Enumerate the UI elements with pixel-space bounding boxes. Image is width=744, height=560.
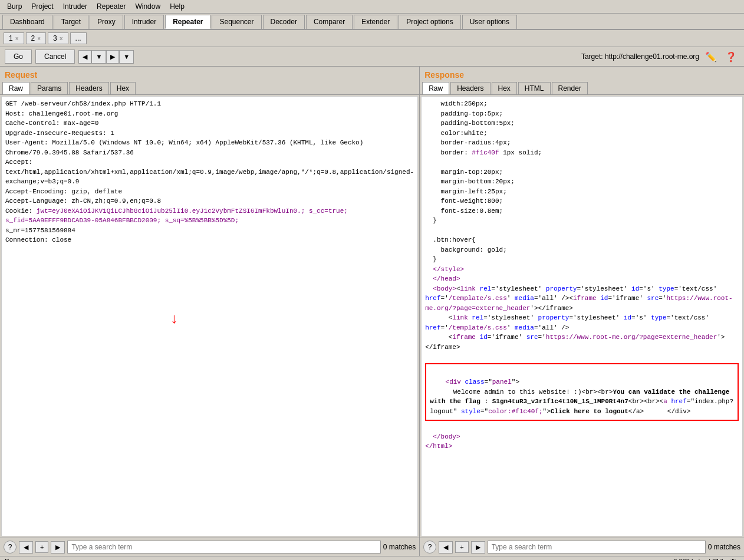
response-search-next[interactable]: ▶ — [471, 541, 485, 554]
cancel-button[interactable]: Cancel — [35, 50, 75, 64]
tab-proxy[interactable]: Proxy — [90, 15, 123, 29]
request-search-prev[interactable]: ◀ — [19, 541, 33, 554]
tab-intruder[interactable]: Intruder — [124, 15, 164, 29]
go-button[interactable]: Go — [5, 50, 32, 64]
tab-repeater[interactable]: Repeater — [165, 15, 210, 29]
menu-bar: Burp Project Intruder Repeater Window He… — [0, 0, 744, 14]
repeater-tab-bar: 1 × 2 × 3 × ... — [0, 30, 744, 47]
response-tab-render[interactable]: Render — [552, 82, 588, 94]
response-tab-html[interactable]: HTML — [518, 82, 551, 94]
request-tab-params[interactable]: Params — [31, 82, 68, 94]
prev-dropdown[interactable]: ▼ — [91, 50, 106, 64]
request-search-next[interactable]: ▶ — [51, 541, 65, 554]
response-tab-headers[interactable]: Headers — [450, 82, 490, 94]
request-tab-hex[interactable]: Hex — [110, 82, 136, 94]
response-content[interactable]: width:250px; padding-top:5px; padding-bo… — [421, 96, 743, 536]
response-search-bar: ? ◀ + ▶ 0 matches — [420, 538, 744, 556]
response-tab-hex[interactable]: Hex — [492, 82, 517, 94]
response-search-prev[interactable]: ◀ — [439, 541, 453, 554]
tab-user-options[interactable]: User options — [462, 15, 517, 29]
tab-comparer[interactable]: Comparer — [306, 15, 353, 29]
response-panel: Response Raw Headers Hex HTML Render wid… — [420, 67, 744, 556]
menu-burp[interactable]: Burp — [2, 1, 27, 12]
request-tab-headers[interactable]: Headers — [69, 82, 108, 94]
response-search-input[interactable] — [488, 541, 706, 554]
response-tab-raw[interactable]: Raw — [422, 82, 449, 94]
edit-target-button[interactable]: ✏️ — [703, 50, 719, 64]
menu-intruder[interactable]: Intruder — [58, 1, 92, 12]
request-tab-raw[interactable]: Raw — [2, 82, 29, 94]
request-title: Request — [0, 67, 419, 81]
close-tab-1-icon[interactable]: × — [15, 35, 19, 42]
arrow-indicator: ↓ — [170, 309, 178, 330]
request-tabs: Raw Params Headers Hex — [0, 81, 419, 95]
request-search-input[interactable] — [67, 541, 380, 554]
main-tab-bar: Dashboard Target Proxy Intruder Repeater… — [0, 14, 744, 30]
tab-dashboard[interactable]: Dashboard — [2, 15, 52, 29]
request-help-button[interactable]: ? — [4, 541, 17, 554]
menu-help[interactable]: Help — [165, 1, 189, 12]
menu-repeater[interactable]: Repeater — [92, 1, 130, 12]
menu-window[interactable]: Window — [130, 1, 165, 12]
status-left: Done — [5, 558, 20, 560]
nav-arrows: ◀ ▼ ▶ ▼ — [78, 50, 134, 64]
repeater-tab-more[interactable]: ... — [70, 32, 87, 44]
response-highlight-box: <div class="panel"> Welcome admin to thi… — [425, 363, 739, 421]
help-button[interactable]: ❓ — [723, 50, 739, 64]
repeater-tab-1[interactable]: 1 × — [4, 32, 24, 44]
tab-sequencer[interactable]: Sequencer — [212, 15, 261, 29]
request-search-bar: ? ◀ + ▶ 0 matches — [0, 538, 419, 556]
close-tab-2-icon[interactable]: × — [37, 35, 41, 42]
tab-decoder[interactable]: Decoder — [263, 15, 305, 29]
request-search-next-plus[interactable]: + — [35, 541, 48, 553]
next-button[interactable]: ▶ — [106, 50, 119, 64]
tab-project-options[interactable]: Project options — [399, 15, 460, 29]
next-dropdown[interactable]: ▼ — [119, 50, 134, 64]
tab-extender[interactable]: Extender — [354, 15, 397, 29]
repeater-tab-2[interactable]: 2 × — [26, 32, 47, 44]
target-label: Target: http://challenge01.root-me.org — [581, 52, 699, 61]
status-bar: Done 2,003 bytes | 217 millis — [0, 556, 744, 560]
request-matches-label: 0 matches — [383, 543, 416, 551]
response-search-next-plus[interactable]: + — [455, 541, 468, 553]
toolbar: Go Cancel ◀ ▼ ▶ ▼ Target: http://challen… — [0, 47, 744, 67]
prev-button[interactable]: ◀ — [78, 50, 91, 64]
tab-target[interactable]: Target — [54, 15, 88, 29]
response-title: Response — [420, 67, 744, 81]
content-area: Request Raw Params Headers Hex GET /web-… — [0, 67, 744, 556]
response-help-button[interactable]: ? — [423, 541, 436, 554]
menu-project[interactable]: Project — [27, 1, 58, 12]
request-panel: Request Raw Params Headers Hex GET /web-… — [0, 67, 420, 556]
status-right: 2,003 bytes | 217 millis — [673, 558, 739, 560]
response-tabs: Raw Headers Hex HTML Render — [420, 81, 744, 95]
request-content[interactable]: GET /web-serveur/ch58/index.php HTTP/1.1… — [1, 96, 418, 536]
repeater-tab-3[interactable]: 3 × — [48, 32, 68, 44]
close-tab-3-icon[interactable]: × — [60, 35, 63, 42]
response-matches-label: 0 matches — [708, 543, 740, 551]
